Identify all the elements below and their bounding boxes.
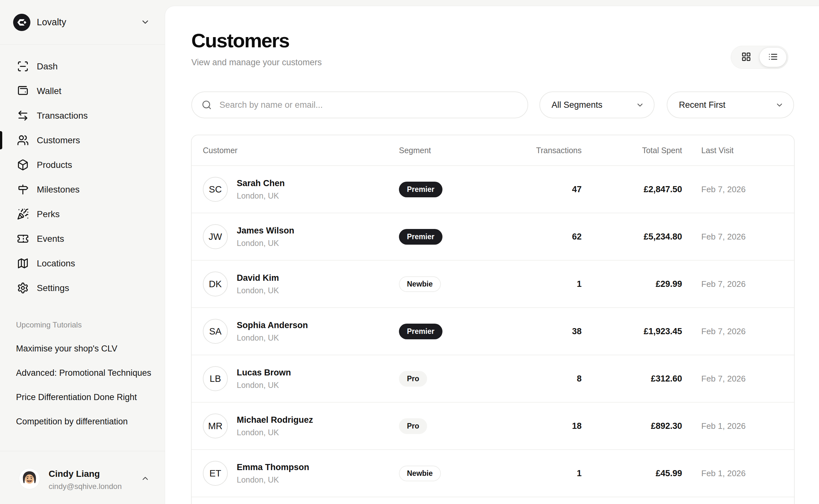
customer-cell	[192, 497, 399, 504]
transactions-value: 38	[526, 327, 582, 336]
customer-name: Sarah Chen	[237, 178, 285, 188]
column-header-customer: Customer	[192, 146, 399, 155]
grid-view-button[interactable]	[733, 48, 760, 67]
segment-badge: Premier	[399, 182, 443, 197]
customer-cell: ET Emma Thompson London, UK	[192, 461, 399, 486]
lovalty-logo-icon	[13, 14, 30, 31]
arrows-left-right-icon	[17, 110, 29, 122]
table-row[interactable]: MR Michael Rodriguez London, UK Pro 18 £…	[192, 402, 794, 449]
sidebar-nav: Dash Wallet Transactions Customers Produ…	[0, 45, 165, 300]
search-box	[191, 91, 528, 118]
last-visit-value: Feb 7, 2026	[682, 374, 793, 384]
tutorial-item[interactable]: Price Differentiation Done Right	[16, 391, 153, 404]
column-header-last-visit: Last Visit	[682, 146, 793, 155]
customer-avatar: JW	[203, 224, 228, 249]
sidebar-item-label: Customers	[37, 135, 80, 146]
tutorials-section: Upcoming Tutorials Maximise your shop's …	[16, 320, 153, 439]
sidebar-item-label: Settings	[37, 283, 69, 293]
sidebar-item-locations[interactable]: Locations	[0, 251, 165, 276]
total-spent-value: £312.60	[582, 374, 682, 384]
list-icon	[768, 52, 778, 63]
sidebar-item-label: Events	[37, 234, 64, 244]
table-row[interactable]: LB Lucas Brown London, UK Pro 8 £312.60 …	[192, 355, 794, 402]
customer-cell: DK David Kim London, UK	[192, 272, 399, 296]
customer-cell: JW James Wilson London, UK	[192, 224, 399, 249]
sidebar-item-wallet[interactable]: Wallet	[0, 79, 165, 103]
main-panel: Customers View and manage your customers…	[165, 6, 819, 504]
customer-cell: SC Sarah Chen London, UK	[192, 177, 399, 202]
customer-location: London, UK	[237, 381, 291, 390]
users-icon	[17, 134, 29, 146]
table-row[interactable]: SC Sarah Chen London, UK Premier 47 £2,8…	[192, 165, 794, 213]
table-row[interactable]: JW James Wilson London, UK Premier 62 £5…	[192, 213, 794, 260]
sidebar: Lovalty Dash Wallet Transactions Custome…	[0, 0, 165, 504]
sidebar-item-settings[interactable]: Settings	[0, 276, 165, 300]
page-subtitle: View and manage your customers	[191, 58, 322, 67]
tutorials-heading: Upcoming Tutorials	[16, 320, 153, 329]
segment-badge: Pro	[399, 418, 427, 434]
sidebar-item-perks[interactable]: Perks	[0, 202, 165, 226]
workspace-switcher[interactable]: Lovalty	[0, 0, 165, 45]
user-texts: Cindy Liang cindy@sqhive.london	[49, 468, 122, 491]
user-section: Cindy Liang cindy@sqhive.london	[0, 451, 165, 504]
table-body: SC Sarah Chen London, UK Premier 47 £2,8…	[192, 165, 794, 504]
total-spent-value: £892.30	[582, 421, 682, 431]
total-spent-value: £2,847.50	[582, 185, 682, 194]
sidebar-item-label: Perks	[37, 209, 60, 219]
table-row-partial[interactable]	[192, 497, 794, 504]
transactions-value: 18	[526, 421, 582, 431]
customer-avatar: LB	[203, 366, 228, 391]
last-visit-value: Feb 1, 2026	[682, 421, 793, 431]
ticket-icon	[17, 233, 29, 245]
view-toggle	[731, 46, 788, 69]
user-name: Cindy Liang	[49, 469, 122, 479]
tutorial-item[interactable]: Competition by differentiation	[16, 415, 153, 428]
search-icon	[201, 100, 212, 110]
sidebar-item-label: Dash	[37, 61, 58, 72]
sort-value: Recent First	[679, 100, 726, 110]
sidebar-item-customers[interactable]: Customers	[0, 128, 165, 153]
customers-table: Customer Segment Transactions Total Spen…	[191, 135, 795, 504]
chevron-down-icon	[775, 101, 784, 109]
sidebar-item-products[interactable]: Products	[0, 153, 165, 177]
total-spent-value: £29.99	[582, 279, 682, 289]
customer-name: Michael Rodriguez	[237, 415, 313, 425]
table-row[interactable]: ET Emma Thompson London, UK Newbie 1 £45…	[192, 449, 794, 497]
customer-name: David Kim	[237, 273, 279, 283]
map-icon	[17, 257, 29, 269]
sidebar-item-events[interactable]: Events	[0, 226, 165, 251]
customer-name: James Wilson	[237, 226, 294, 236]
wallet-icon	[17, 85, 29, 97]
tutorial-item[interactable]: Advanced: Promotional Techniques	[16, 366, 153, 380]
box-icon	[17, 159, 29, 171]
list-view-button[interactable]	[760, 48, 786, 67]
total-spent-value: £1,923.45	[582, 327, 682, 336]
table-row[interactable]: DK David Kim London, UK Newbie 1 £29.99 …	[192, 260, 794, 307]
segment-filter-select[interactable]: All Segments	[540, 91, 655, 118]
sort-select[interactable]: Recent First	[667, 91, 794, 118]
total-spent-value: £45.99	[582, 469, 682, 478]
transactions-value: 47	[526, 185, 582, 194]
last-visit-value: Feb 7, 2026	[682, 327, 793, 336]
sidebar-item-transactions[interactable]: Transactions	[0, 103, 165, 128]
sidebar-item-label: Wallet	[37, 86, 61, 96]
sidebar-item-dash[interactable]: Dash	[0, 54, 165, 79]
page-header: Customers View and manage your customers	[191, 29, 322, 67]
sidebar-item-milestones[interactable]: Milestones	[0, 177, 165, 202]
search-input[interactable]	[219, 100, 518, 110]
table-row[interactable]: SA Sophia Anderson London, UK Premier 38…	[192, 307, 794, 355]
chevron-down-icon	[140, 17, 150, 28]
user-menu[interactable]: Cindy Liang cindy@sqhive.london	[19, 468, 150, 491]
workspace-name: Lovalty	[37, 17, 66, 28]
grid-icon	[741, 52, 751, 63]
tutorial-item[interactable]: Maximise your shop's CLV	[16, 342, 153, 355]
column-header-transactions: Transactions	[526, 146, 582, 155]
last-visit-value: Feb 7, 2026	[682, 279, 793, 289]
customer-location: London, UK	[237, 333, 308, 343]
last-visit-value: Feb 1, 2026	[682, 469, 793, 478]
sidebar-item-label: Milestones	[37, 185, 80, 195]
tutorials-list: Maximise your shop's CLV Advanced: Promo…	[16, 342, 153, 428]
customer-avatar: ET	[203, 461, 228, 486]
segment-badge: Pro	[399, 371, 427, 387]
column-header-total-spent: Total Spent	[582, 146, 682, 155]
